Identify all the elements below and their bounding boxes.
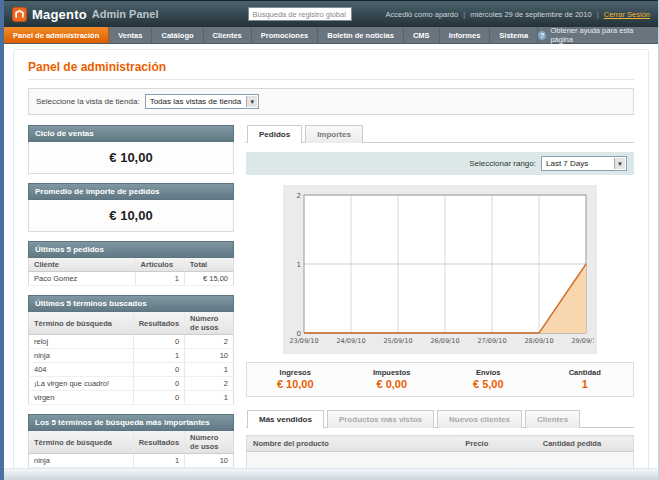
stat-revenue: Ingresos € 10,00 [247,368,344,390]
nav-item-cms[interactable]: CMS [404,27,440,43]
stat-shipping: Envíos € 5,00 [440,368,537,390]
table-row[interactable]: 404 0 1 [29,363,234,377]
last-orders-widget: Últimos 5 pedidos Cliente Artículos Tota… [28,241,234,286]
table-row[interactable]: ninja 1 10 [29,349,234,363]
nav-item-reports[interactable]: Informes [440,27,491,43]
store-view-chooser: Seleccione la vista de tienda: Todas las… [28,88,634,115]
session-info: Accedió como apardo | miércoles 29 de se… [386,10,650,19]
lifetime-sales-value: € 10,00 [28,142,234,174]
main-nav: Panel de administración Ventas Catálogo … [4,27,658,44]
nav-item-system[interactable]: Sistema [490,27,538,43]
lifetime-sales-widget: Ciclo de ventas € 10,00 [28,125,234,174]
svg-text:29/09/10: 29/09/10 [571,337,594,345]
store-view-select[interactable]: Todas las vistas de tienda ▼ [145,94,260,109]
nav-item-customers[interactable]: Clientes [204,27,252,43]
top-header: Magento Admin Panel Accedió como apardo … [4,0,658,27]
last-search-terms-widget: Últimos 5 términos buscados Término de b… [28,295,234,405]
orders-chart: 01223/09/1024/09/1025/09/1026/09/1027/09… [283,185,597,354]
table-row[interactable]: reloj 0 2 [29,335,234,349]
global-search-input[interactable] [248,7,352,21]
grids-tabs: Más vendidos Productos más vistos Nuevos… [246,410,634,428]
svg-text:24/09/10: 24/09/10 [336,337,365,345]
chevron-down-icon: ▼ [614,158,625,169]
average-orders-value: € 10,00 [28,200,234,232]
nav-item-promotions[interactable]: Promociones [252,27,319,43]
widget-title: Promedio de importe de pedidos [28,183,234,200]
magento-admin-window: Magento Admin Panel Accedió como apardo … [0,0,660,480]
widget-title: Últimos 5 pedidos [28,241,234,258]
stat-quantity: Cantidad 1 [537,368,634,390]
window-bottom-strip [4,468,658,480]
nav-item-dashboard[interactable]: Panel de administración [4,27,109,43]
table-row[interactable]: ¡La virgen que cuadro! 0 2 [29,377,234,391]
page-title: Panel de administración [28,60,634,74]
content-container: Panel de administración Seleccione la vi… [13,49,649,480]
tab-most-viewed[interactable]: Productos más vistos [327,410,434,428]
svg-text:1: 1 [297,261,301,269]
totals-bar: Ingresos € 10,00 Impuestos € 0,00 Envíos… [246,362,634,397]
dashboard-main-panel: Pedidos Importes Seleccionar rango: Last… [246,125,634,480]
table-row[interactable]: Paco Gomez 1 € 15,00 [29,272,234,286]
last-search-terms-table: Término de búsqueda Resultados Número de… [28,312,234,405]
logged-in-as: Accedió como apardo [386,10,459,19]
table-row[interactable]: ninja 1 10 [29,454,234,468]
dashboard-left-column: Ciclo de ventas € 10,00 Promedio de impo… [28,125,234,480]
widget-title: Ciclo de ventas [28,125,234,142]
table-row[interactable]: virgen 0 1 [29,391,234,405]
tab-customers[interactable]: Clientes [525,410,580,428]
store-view-label: Seleccione la vista de tienda: [36,97,140,106]
svg-text:23/09/10: 23/09/10 [289,337,318,345]
svg-text:2: 2 [297,192,301,200]
tab-amounts[interactable]: Importes [305,125,363,143]
diagram-tabs: Pedidos Importes [246,125,634,143]
help-icon: ? [538,31,546,40]
widget-title: Últimos 5 términos buscados [28,295,234,312]
average-orders-widget: Promedio de importe de pedidos € 10,00 [28,183,234,232]
page-help-link[interactable]: ? Obtener ayuda para esta página [538,27,658,43]
nav-item-sales[interactable]: Ventas [109,27,152,43]
range-label: Seleccionar rango: [469,159,536,168]
widget-title: Los 5 términos de búsqueda más important… [28,414,234,431]
tab-new-customers[interactable]: Nuevos clientes [437,410,522,428]
title-divider [28,79,634,80]
logout-link[interactable]: Cerrar Sesión [604,10,650,19]
brand-name: Magento [32,7,87,22]
last-orders-table: Cliente Artículos Total Paco Gomez 1 € 1… [28,258,234,286]
current-date: miércoles 29 de septiembre de 2010 [470,10,591,19]
svg-text:25/09/10: 25/09/10 [383,337,412,345]
nav-item-newsletter[interactable]: Boletín de noticias [318,27,404,43]
brand-suffix: Admin Panel [92,8,159,20]
svg-text:26/09/10: 26/09/10 [430,337,459,345]
tab-orders[interactable]: Pedidos [247,125,302,143]
nav-item-catalog[interactable]: Catálogo [152,27,203,43]
magento-logo-icon [12,7,27,22]
tab-bestsellers[interactable]: Más vendidos [247,410,324,428]
svg-text:27/09/10: 27/09/10 [477,337,506,345]
svg-text:28/09/10: 28/09/10 [524,337,553,345]
stat-tax: Impuestos € 0,00 [344,368,441,390]
range-selector-bar: Seleccionar rango: Last 7 Days ▼ [246,152,634,175]
range-select[interactable]: Last 7 Days ▼ [541,156,627,171]
chevron-down-icon: ▼ [246,96,257,107]
